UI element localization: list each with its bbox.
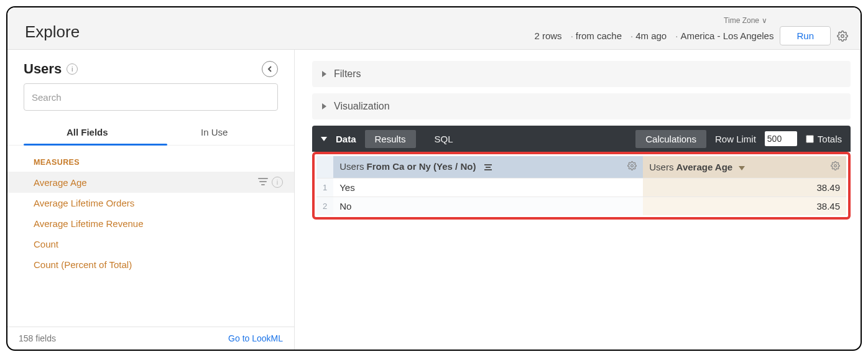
data-bar: Data Results SQL Calculations Row Limit …	[312, 126, 851, 152]
visualization-panel[interactable]: Visualization	[312, 93, 851, 119]
totals-toggle[interactable]: Totals	[806, 134, 842, 144]
explore-name: Users	[24, 61, 62, 77]
row-limit-label: Row Limit	[715, 134, 756, 144]
table-row: 2 No 38.45	[316, 197, 846, 215]
chevron-left-icon	[267, 66, 273, 72]
svg-rect-2	[486, 167, 491, 168]
caret-down-icon[interactable]	[321, 137, 327, 141]
status-row-count: 2 rows	[534, 30, 561, 41]
field-count-percent-of-total[interactable]: Count (Percent of Total)	[7, 254, 294, 275]
search-input[interactable]	[24, 83, 278, 111]
results-highlight: Users From Ca or Ny (Yes / No)	[312, 152, 851, 220]
field-label: Count (Percent of Total)	[34, 259, 132, 270]
page-title: Explore	[25, 22, 80, 42]
gear-icon[interactable]	[627, 161, 637, 172]
field-label: Count	[34, 239, 58, 249]
dim-cell[interactable]: No	[333, 197, 643, 215]
field-average-age[interactable]: Average Age i	[7, 172, 294, 193]
table-row: 1 Yes 38.49	[316, 178, 846, 197]
meas-name: Average Age	[676, 162, 733, 172]
sql-tab[interactable]: SQL	[425, 130, 463, 148]
field-average-lifetime-revenue[interactable]: Average Lifetime Revenue	[7, 213, 294, 234]
field-count-footer: 158 fields	[19, 333, 56, 343]
measures-section-label: MEASURES	[7, 154, 294, 172]
sort-desc-icon[interactable]	[739, 162, 745, 172]
visualization-label: Visualization	[334, 101, 390, 112]
meas-cell[interactable]: 38.49	[643, 178, 846, 197]
gear-icon[interactable]	[837, 30, 848, 42]
svg-point-0	[841, 34, 844, 37]
data-tab[interactable]: Data	[336, 134, 356, 144]
dim-name: From Ca or Ny (Yes / No)	[367, 161, 476, 172]
measure-header[interactable]: Users Average Age	[643, 156, 846, 178]
caret-right-icon	[322, 71, 326, 77]
svg-point-5	[834, 165, 837, 167]
totals-checkbox[interactable]	[806, 135, 814, 143]
timezone-selector[interactable]: Time Zone ∨	[724, 16, 767, 25]
svg-rect-3	[484, 169, 492, 170]
info-icon[interactable]: i	[272, 177, 283, 188]
row-number: 1	[316, 178, 333, 197]
meas-cell[interactable]: 38.45	[643, 197, 846, 215]
totals-label: Totals	[818, 134, 842, 144]
info-icon[interactable]: i	[67, 63, 78, 75]
tab-in-use[interactable]: In Use	[151, 118, 279, 145]
timezone-label: Time Zone	[724, 16, 759, 25]
status-age: 4m ago	[628, 30, 667, 41]
svg-point-4	[631, 165, 634, 167]
filter-icon[interactable]	[258, 177, 268, 188]
row-number: 2	[316, 197, 333, 215]
pivot-icon[interactable]	[484, 162, 492, 173]
dim-prefix: Users	[339, 161, 366, 172]
run-button[interactable]: Run	[780, 26, 831, 45]
dimension-header[interactable]: Users From Ca or Ny (Yes / No)	[333, 156, 643, 178]
calculations-button[interactable]: Calculations	[635, 130, 706, 148]
gear-icon[interactable]	[831, 161, 840, 172]
field-average-lifetime-orders[interactable]: Average Lifetime Orders	[7, 193, 294, 213]
filters-panel[interactable]: Filters	[312, 61, 851, 87]
caret-right-icon	[322, 103, 326, 109]
results-table: Users From Ca or Ny (Yes / No)	[316, 156, 846, 215]
tab-all-fields[interactable]: All Fields	[24, 118, 151, 145]
field-label: Average Lifetime Orders	[34, 198, 134, 208]
filters-label: Filters	[334, 68, 361, 80]
dim-cell[interactable]: Yes	[333, 178, 643, 197]
field-label: Average Age	[34, 177, 87, 188]
meas-prefix: Users	[649, 162, 676, 172]
row-limit-input[interactable]	[765, 131, 797, 146]
status-timezone: America - Los Angeles	[673, 30, 773, 41]
field-label: Average Lifetime Revenue	[34, 218, 144, 229]
status-cache: from cache	[568, 30, 622, 41]
svg-rect-1	[484, 164, 492, 165]
chevron-down-icon: ∨	[762, 16, 767, 25]
results-tab[interactable]: Results	[365, 130, 416, 148]
collapse-sidebar-button[interactable]	[262, 61, 278, 77]
field-count[interactable]: Count	[7, 234, 294, 254]
go-to-lookml-link[interactable]: Go to LookML	[228, 333, 283, 343]
rownum-header	[316, 156, 333, 178]
